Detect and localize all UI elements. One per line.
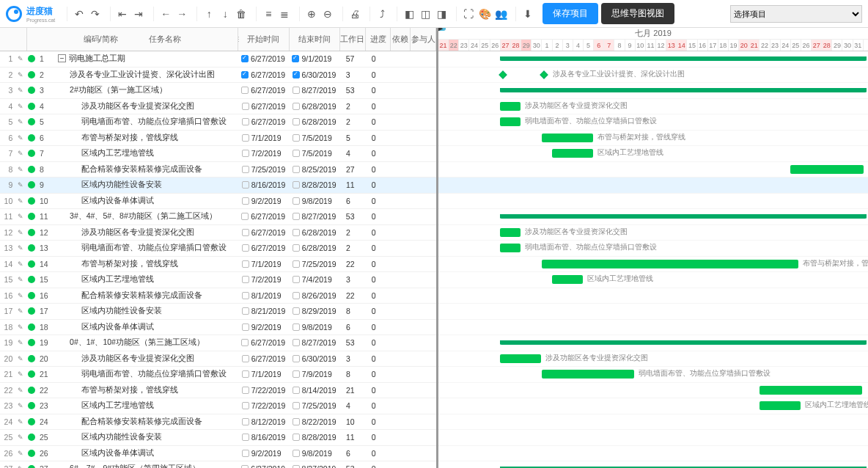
end-lock-checkbox[interactable]: [293, 71, 300, 78]
start-lock-checkbox[interactable]: [242, 103, 249, 110]
end-date[interactable]: 9/8/2019: [290, 197, 340, 205]
end-lock-checkbox[interactable]: [293, 181, 300, 189]
table-row[interactable]: 7✎7区域内工艺埋地管线7/2/20197/5/201940: [0, 146, 436, 162]
end-lock-checkbox[interactable]: [293, 450, 300, 457]
task-name[interactable]: 区域内工艺埋地管线: [55, 401, 239, 411]
end-date[interactable]: 9/1/2019: [289, 54, 339, 63]
row-edit-icon[interactable]: ✎: [14, 55, 26, 62]
end-lock-checkbox[interactable]: [293, 87, 300, 94]
gantt-row[interactable]: 布管与桥架对接，管线穿线: [438, 257, 868, 273]
gantt-row[interactable]: 涉及各专业工业设计提资、深化设计出图: [438, 67, 868, 84]
task-name[interactable]: 配合精装修安装精装修完成面设备: [55, 290, 239, 301]
end-date[interactable]: 7/4/2019: [290, 275, 340, 284]
task-name[interactable]: 6#、7#、9#功能区（第四施工区域）: [55, 464, 238, 468]
move-right-icon[interactable]: →: [174, 7, 189, 21]
table-row[interactable]: 17✎17区域内功能性设备安装8/21/20198/29/201980: [0, 304, 436, 320]
start-date[interactable]: 7/22/2019: [239, 386, 290, 395]
end-date[interactable]: 7/5/2019: [290, 134, 340, 142]
table-row[interactable]: 27✎276#、7#、9#功能区（第四施工区域）6/27/20198/27/20…: [0, 461, 436, 468]
start-lock-checkbox[interactable]: [242, 402, 249, 409]
start-lock-checkbox[interactable]: [242, 355, 249, 362]
col-days[interactable]: 工作日: [340, 28, 366, 51]
start-date[interactable]: 6/27/2019: [238, 54, 289, 63]
row-edit-icon[interactable]: ✎: [14, 103, 26, 110]
delete-icon[interactable]: 🗑: [234, 7, 249, 21]
start-date[interactable]: 6/27/2019: [239, 244, 290, 252]
gantt-bar[interactable]: 弱电墙面布管、功能点位穿墙插口管敷设: [500, 244, 521, 252]
gantt-bar[interactable]: 弱电墙面布管、功能点位穿墙插口管敷设: [542, 370, 634, 379]
table-row[interactable]: 23✎23区域内工艺埋地管线7/22/20197/25/201940: [0, 398, 436, 414]
table-row[interactable]: 10✎10区域内设备单体调试9/2/20199/8/201960: [0, 194, 436, 210]
col-prog[interactable]: 进度: [366, 28, 391, 51]
task-name[interactable]: 涉及功能区各专业提资深化交图: [55, 354, 239, 364]
row-edit-icon[interactable]: ✎: [14, 465, 26, 468]
row-edit-icon[interactable]: ✎: [14, 387, 26, 394]
end-date[interactable]: 8/27/2019: [290, 338, 340, 347]
end-lock-checkbox[interactable]: [293, 213, 300, 220]
row-edit-icon[interactable]: ✎: [14, 355, 26, 362]
gantt-row[interactable]: [438, 430, 868, 446]
end-lock-checkbox[interactable]: [293, 465, 300, 468]
timeline-slider[interactable]: ◀▶: [438, 28, 446, 31]
gantt-row[interactable]: [438, 209, 868, 225]
task-name[interactable]: 布管与桥架对接，管线穿线: [55, 259, 239, 269]
table-row[interactable]: 1✎1−弱电施工总工期6/27/20199/1/2019570: [0, 51, 436, 67]
end-date[interactable]: 7/25/2019: [290, 260, 340, 268]
end-date[interactable]: 8/27/2019: [290, 212, 340, 221]
mindmap-button[interactable]: 思维导图视图: [601, 3, 674, 24]
gantt-bar[interactable]: [500, 56, 867, 61]
gantt-row[interactable]: 区域内工艺埋地管线: [438, 398, 868, 414]
table-row[interactable]: 24✎24配合精装修安装精装修完成面设备8/12/20198/22/201910…: [0, 414, 436, 431]
end-date[interactable]: 7/9/2019: [290, 370, 340, 379]
table-row[interactable]: 18✎18区域内设备单体调试9/2/20199/8/201960: [0, 320, 436, 336]
task-name[interactable]: 配合精装修安装精装修完成面设备: [55, 417, 239, 427]
end-lock-checkbox[interactable]: [293, 402, 300, 409]
end-lock-checkbox[interactable]: [293, 260, 300, 268]
row-edit-icon[interactable]: ✎: [14, 323, 26, 331]
end-lock-checkbox[interactable]: [293, 229, 300, 236]
start-date[interactable]: 6/27/2019: [238, 86, 289, 95]
row-edit-icon[interactable]: ✎: [14, 402, 26, 409]
start-lock-checkbox[interactable]: [241, 87, 249, 94]
task-name[interactable]: 0#、1#、10#功能区（第三施工区域）: [55, 337, 238, 348]
start-lock-checkbox[interactable]: [241, 71, 249, 78]
start-lock-checkbox[interactable]: [242, 387, 249, 394]
gantt-row[interactable]: [438, 414, 868, 431]
start-lock-checkbox[interactable]: [242, 307, 249, 315]
start-lock-checkbox[interactable]: [241, 339, 249, 346]
start-date[interactable]: 7/1/2019: [239, 370, 290, 379]
end-lock-checkbox[interactable]: [293, 276, 300, 283]
gantt-bar[interactable]: 区域内工艺埋地管线: [552, 275, 583, 284]
layout-split-icon[interactable]: ◫: [418, 7, 433, 21]
outdent-icon[interactable]: ⇤: [115, 7, 130, 21]
table-row[interactable]: 16✎16配合精装修安装精装修完成面设备8/1/20198/26/2019220: [0, 288, 436, 304]
expand-all-icon[interactable]: ≡: [261, 7, 276, 21]
row-edit-icon[interactable]: ✎: [14, 276, 26, 283]
task-name[interactable]: 区域内设备单体调试: [55, 196, 239, 206]
row-edit-icon[interactable]: ✎: [14, 434, 26, 441]
end-date[interactable]: 8/28/2019: [290, 433, 340, 442]
table-row[interactable]: 11✎113#、4#、5#、8#功能区（第二施工区域）6/27/20198/27…: [0, 209, 436, 225]
end-date[interactable]: 6/28/2019: [290, 117, 340, 126]
task-name[interactable]: 弱电墙面布管、功能点位穿墙插口管敷设: [55, 243, 239, 253]
end-date[interactable]: 7/5/2019: [290, 149, 340, 158]
task-name[interactable]: 2#功能区（第一施工区域）: [55, 85, 238, 95]
row-edit-icon[interactable]: ✎: [14, 150, 26, 157]
gantt-bar[interactable]: [500, 214, 867, 219]
start-date[interactable]: 7/2/2019: [239, 149, 290, 158]
start-lock-checkbox[interactable]: [241, 55, 249, 62]
row-edit-icon[interactable]: ✎: [14, 181, 26, 189]
gantt-row[interactable]: [438, 335, 868, 351]
gantt-bar[interactable]: 涉及功能区各专业提资深化交图: [500, 354, 541, 363]
start-date[interactable]: 7/22/2019: [239, 401, 290, 410]
table-row[interactable]: 15✎15区域内工艺埋地管线7/2/20197/4/201930: [0, 272, 436, 288]
task-name[interactable]: 区域内功能性设备安装: [55, 180, 239, 190]
col-end[interactable]: 结束时间: [290, 28, 340, 51]
task-name[interactable]: 弱电墙面布管、功能点位穿墙插口管敷设: [55, 117, 239, 127]
grid-body[interactable]: 1✎1−弱电施工总工期6/27/20199/1/20195702✎2涉及各专业工…: [0, 51, 436, 468]
end-lock-checkbox[interactable]: [292, 55, 299, 62]
row-edit-icon[interactable]: ✎: [14, 134, 26, 142]
end-lock-checkbox[interactable]: [293, 150, 300, 157]
row-edit-icon[interactable]: ✎: [14, 450, 26, 457]
end-date[interactable]: 8/29/2019: [290, 307, 340, 315]
